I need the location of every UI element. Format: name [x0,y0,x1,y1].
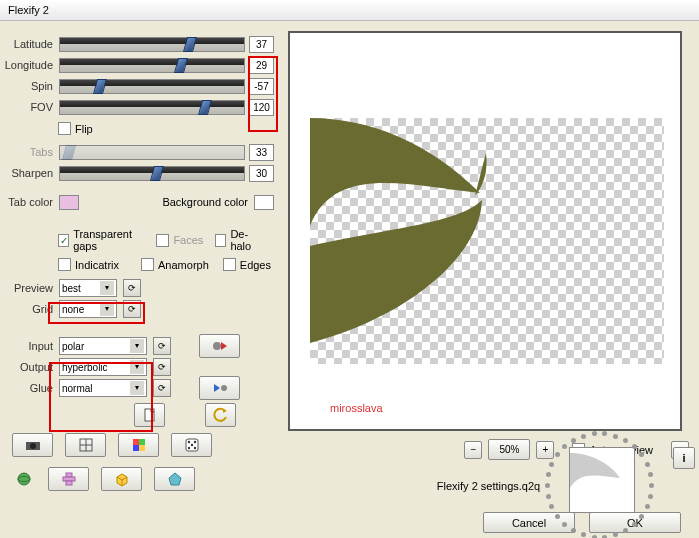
preview-label: Preview [4,282,59,294]
preview-value: best [62,283,81,294]
input-label: Input [4,340,59,352]
flip-checkbox[interactable]: Flip [58,122,93,135]
svg-rect-12 [133,439,139,445]
svg-rect-13 [139,439,145,445]
svg-rect-25 [63,477,75,481]
undo-button[interactable] [205,403,236,427]
latitude-label: Latitude [4,38,59,50]
zoom-value-button[interactable]: 50% [488,439,530,460]
bg-color-swatch[interactable] [254,195,274,210]
sharpen-label: Sharpen [4,167,59,179]
preview-watermark: mirosslava [330,402,383,414]
ok-button[interactable]: OK [589,512,681,533]
svg-point-20 [187,447,189,449]
indicatrix-label: Indicatrix [75,259,119,271]
dice-button[interactable] [171,433,212,457]
highlight-io-group [49,362,153,432]
play-navigate-button[interactable] [199,376,240,400]
sharpen-slider[interactable] [59,166,245,181]
faces-label: Faces [173,234,203,246]
svg-rect-26 [66,481,72,485]
latitude-slider[interactable] [59,37,245,52]
preview-shape [310,108,664,368]
svg-marker-31 [169,473,181,485]
transparent-gaps-checkbox[interactable]: Transparent gaps [58,228,144,252]
svg-point-19 [190,444,192,446]
bg-color-label: Background color [79,196,254,208]
input-value: polar [62,341,84,352]
svg-point-17 [187,441,189,443]
cancel-button[interactable]: Cancel [483,512,575,533]
camera-button[interactable] [12,433,53,457]
svg-rect-14 [133,445,139,451]
tabs-slider[interactable] [59,145,245,160]
sharpen-value[interactable]: 30 [249,165,274,182]
edges-label: Edges [240,259,271,271]
indicatrix-checkbox[interactable]: Indicatrix [58,258,119,271]
svg-point-18 [193,441,195,443]
anamorph-checkbox[interactable]: Anamorph [141,258,209,271]
tabs-value[interactable]: 33 [249,144,274,161]
info-button[interactable]: i [673,447,695,469]
color-button[interactable] [118,433,159,457]
zoom-in-button[interactable]: + [536,441,554,459]
preview-select[interactable]: best▾ [59,279,117,297]
tabs-label: Tabs [4,146,59,158]
spin-slider[interactable] [59,79,245,94]
grid-button[interactable] [65,433,106,457]
fov-label: FOV [4,101,59,113]
spin-label: Spin [4,80,59,92]
play-button[interactable] [199,334,240,358]
zoom-out-button[interactable]: − [464,441,482,459]
fov-slider[interactable] [59,100,245,115]
input-select[interactable]: polar▾ [59,337,147,355]
svg-point-3 [221,385,227,391]
chevron-down-icon: ▾ [100,281,114,295]
anamorph-label: Anamorph [158,259,209,271]
svg-marker-2 [214,384,220,392]
preview-canvas[interactable] [310,118,664,364]
dehalo-checkbox[interactable]: De-halo [215,228,262,252]
svg-marker-1 [221,342,227,350]
preview-panel: mirosslava [288,31,682,431]
preview-reset-button[interactable]: ⟳ [123,279,141,297]
unfold-button[interactable] [48,467,89,491]
thumbnail-preview[interactable] [569,447,635,513]
glue-reset-button[interactable]: ⟳ [153,379,171,397]
svg-rect-24 [66,473,72,477]
chevron-down-icon: ▾ [130,339,144,353]
svg-point-22 [18,473,30,485]
polyhedron-button[interactable] [154,467,195,491]
edges-checkbox[interactable]: Edges [223,258,271,271]
svg-point-8 [30,443,36,449]
output-reset-button[interactable]: ⟳ [153,358,171,376]
window-titlebar: Flexify 2 [0,0,699,21]
longitude-label: Longitude [4,59,59,71]
dehalo-label: De-halo [230,228,262,252]
latitude-value[interactable]: 37 [249,36,274,53]
globe-icon[interactable] [12,467,36,491]
input-reset-button[interactable]: ⟳ [153,337,171,355]
highlight-values-group [248,56,278,132]
transparent-gaps-label: Transparent gaps [73,228,144,252]
window-title: Flexify 2 [8,4,49,16]
tab-color-swatch[interactable] [59,195,79,210]
longitude-slider[interactable] [59,58,245,73]
zoom-value: 50% [499,444,519,455]
highlight-preview-group [48,302,145,324]
tab-color-label: Tab color [4,196,59,208]
svg-rect-15 [139,445,145,451]
faces-checkbox: Faces [156,234,203,247]
flip-label: Flip [75,123,93,135]
svg-point-21 [193,447,195,449]
svg-point-0 [213,342,221,350]
cube-button[interactable] [101,467,142,491]
